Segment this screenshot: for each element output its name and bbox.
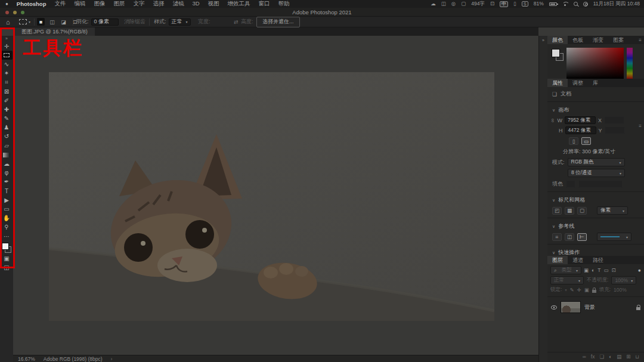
swap-dimensions-icon[interactable]: ⇄ — [234, 19, 239, 25]
lock-position-icon[interactable]: ✛ — [577, 287, 581, 293]
move-tool[interactable]: ✛ — [1, 42, 13, 51]
control-center-icon[interactable] — [583, 2, 588, 7]
x-input[interactable] — [604, 116, 624, 124]
foreground-background-swatches[interactable] — [1, 241, 13, 254]
new-selection-icon[interactable]: ■ — [37, 18, 45, 26]
shape-filter-icon[interactable]: ▭ — [603, 267, 608, 273]
panel-menu-icon[interactable]: ≡ — [639, 38, 642, 43]
select-and-mask-button[interactable]: 选择并遮住... — [256, 17, 300, 27]
width-input[interactable]: 7952 像素 — [565, 116, 596, 124]
background-layer-row[interactable]: 背景 — [547, 299, 644, 315]
grid-icon[interactable]: ▦ — [565, 207, 574, 215]
blend-mode-dropdown[interactable]: 正常 ▾ — [550, 276, 584, 284]
tool-preset-dropdown[interactable]: ▾ — [19, 19, 30, 24]
lock-artboard-icon[interactable]: ▣ — [584, 287, 589, 293]
screenshot-icon[interactable]: ⊡ — [490, 1, 494, 7]
layer-effects-icon[interactable]: fx — [591, 354, 595, 360]
lock-pixels-icon[interactable]: ✎ — [569, 287, 574, 293]
layer-thumbnail[interactable] — [561, 301, 581, 313]
menu-item[interactable]: 3D — [192, 0, 199, 8]
subtract-selection-icon[interactable]: ◪ — [60, 18, 67, 26]
ruler-unit-dropdown[interactable]: 像素 ▾ — [597, 206, 628, 215]
dodge-tool[interactable]: φ — [1, 169, 13, 178]
style-dropdown[interactable]: 正常 ▾ — [169, 18, 191, 26]
fill-value[interactable] — [578, 180, 623, 188]
battery-app-icon[interactable]: ▯ — [513, 1, 516, 7]
delete-layer-icon[interactable]: ⊔ — [635, 354, 639, 360]
pen-tool[interactable]: ✒ — [1, 178, 13, 187]
guides-section-header[interactable]: ∨ 参考线 — [547, 220, 644, 231]
spot-healing-brush-tool[interactable]: ✚ — [1, 105, 13, 114]
eyedropper-tool[interactable]: ✐ — [1, 96, 13, 105]
zoom-window-icon[interactable] — [21, 11, 24, 14]
menu-item[interactable]: 滤镜 — [172, 0, 184, 8]
menu-item[interactable]: 编辑 — [74, 0, 85, 8]
saturation-brightness-field[interactable] — [566, 48, 624, 79]
s-app-icon[interactable]: S — [522, 1, 528, 7]
quick-mask-button[interactable]: ▣ — [1, 254, 13, 263]
opacity-dropdown[interactable]: 100% ▾ — [611, 276, 636, 284]
blur-tool[interactable]: ☁ — [1, 159, 13, 168]
target-icon[interactable]: ◎ — [451, 1, 456, 7]
color-panel-swatches[interactable] — [552, 49, 564, 61]
type-filter-icon[interactable]: T — [597, 267, 600, 273]
battery-percent[interactable]: 81% — [534, 1, 544, 7]
document-tab[interactable]: 图图.JPG @ 16.7%(RGB/8) — [13, 27, 95, 36]
type-tool[interactable]: T — [1, 187, 13, 196]
status-chevron-icon[interactable]: › — [111, 356, 113, 362]
pixel-filter-icon[interactable]: ▣ — [584, 267, 589, 273]
menu-item[interactable]: 图像 — [94, 0, 105, 8]
zoom-level-field[interactable]: 16.67% — [18, 356, 35, 362]
tab-gradients[interactable]: 渐变 — [588, 36, 608, 44]
expand-toolbar-icon[interactable]: » — [0, 36, 13, 42]
feather-input[interactable]: 0 像素 — [91, 18, 119, 26]
hue-slider[interactable] — [627, 48, 633, 79]
zoom-tool[interactable]: ⚲ — [1, 223, 13, 232]
menu-item[interactable]: 文字 — [133, 0, 144, 8]
minimize-window-icon[interactable] — [13, 11, 17, 14]
sidebar-icon[interactable]: ◫ — [441, 1, 446, 7]
document-image[interactable] — [49, 72, 494, 321]
rectangle-tool[interactable]: ▭ — [1, 205, 13, 214]
screen-mode-button[interactable]: ◱ — [1, 263, 13, 272]
tab-color[interactable]: 颜色 — [547, 36, 568, 44]
tab-layers[interactable]: 图层 — [547, 256, 568, 264]
datetime[interactable]: 11月18日 周四 10:48 — [593, 1, 640, 7]
lock-transparency-icon[interactable]: ▫ — [565, 287, 566, 293]
guide-column-icon[interactable]: ◫ — [565, 233, 574, 241]
y-input[interactable] — [605, 126, 625, 134]
quick-selection-tool[interactable]: ✶ — [1, 69, 13, 78]
menu-item[interactable]: 帮助 — [278, 0, 290, 8]
display-icon[interactable]: ▢ — [461, 1, 466, 7]
mode-dropdown[interactable]: RGB 颜色 ▾ — [568, 158, 625, 166]
rulers-section-header[interactable]: ∨ 标尺和网格 — [547, 194, 644, 205]
new-layer-icon[interactable]: ⊞ — [626, 354, 630, 360]
ruler-icon[interactable]: ◰ — [552, 207, 562, 215]
menu-item[interactable]: 选择 — [153, 0, 164, 8]
menu-item[interactable]: 文件 — [54, 0, 66, 8]
tab-swatches[interactable]: 色板 — [568, 36, 588, 44]
layer-visibility-icon[interactable] — [551, 305, 557, 310]
menu-item[interactable]: 增效工具 — [228, 0, 250, 8]
height-input[interactable]: 4472 像素 — [565, 126, 596, 134]
ime-indicator[interactable]: 中 — [500, 1, 508, 7]
guide-margin-icon[interactable]: ⊢ — [577, 233, 587, 241]
brush-tool[interactable]: ✎ — [1, 115, 13, 123]
rectangular-marquee-tool[interactable] — [1, 51, 13, 60]
link-dimensions-icon[interactable]: ∞ — [550, 118, 556, 122]
frame-tool[interactable]: ⊠ — [1, 87, 13, 96]
tab-paths[interactable]: 路径 — [588, 256, 608, 264]
hand-tool[interactable]: ✋ — [1, 214, 13, 223]
guides-box-icon[interactable]: ▢ — [577, 207, 587, 215]
history-brush-tool[interactable]: ↺ — [1, 132, 13, 141]
layer-group-icon[interactable]: ▤ — [617, 354, 621, 360]
battery-icon[interactable] — [549, 2, 557, 6]
crop-tool[interactable]: ⌗ — [1, 78, 13, 87]
new-guide-layout-icon[interactable]: ⌗ — [552, 233, 562, 241]
portrait-icon[interactable]: ▯ — [569, 137, 578, 145]
eraser-tool[interactable]: ▱ — [1, 141, 13, 150]
add-selection-icon[interactable]: ◫ — [48, 18, 56, 26]
bit-depth-dropdown[interactable]: 8 位/通道 ▾ — [568, 169, 625, 177]
landscape-icon[interactable]: ▭ — [581, 137, 591, 145]
layer-lock-icon[interactable] — [636, 307, 640, 310]
